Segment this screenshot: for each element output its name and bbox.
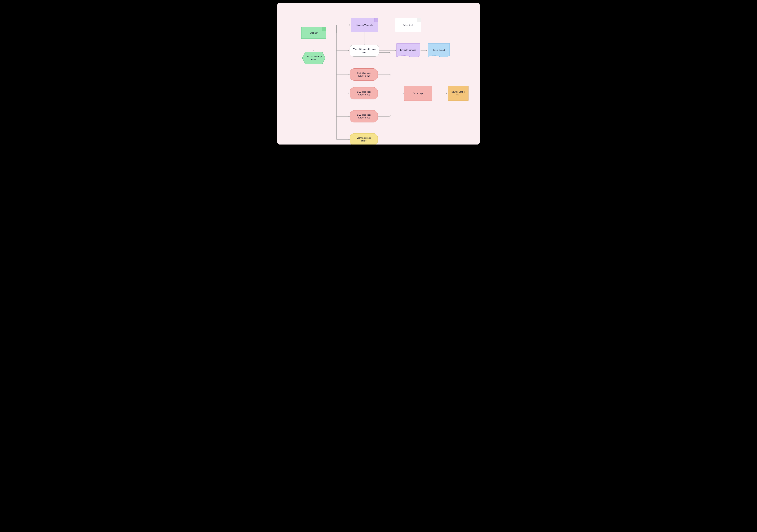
node-label: Guide page: [413, 92, 423, 95]
node-label: SEO blog post(Keyword #3): [357, 113, 371, 119]
dogear-icon: [375, 18, 378, 22]
node-label: Thought leadership blog post: [351, 48, 378, 53]
node-recap[interactable]: Post-event recap email: [302, 51, 326, 65]
node-thought-leadership[interactable]: Thought leadership blog post: [349, 45, 379, 57]
node-label: Downloadable PDF: [449, 90, 467, 96]
node-tweet-thread[interactable]: Tweet thread: [428, 43, 450, 57]
diagram-canvas[interactable]: Webinar Post-event recap email Linkedin …: [277, 3, 480, 144]
node-linkedin-carousel[interactable]: LinkedIn carousel: [396, 43, 421, 57]
node-downloadable-pdf[interactable]: Downloadable PDF: [448, 86, 469, 101]
dogear-icon: [417, 18, 421, 22]
node-label: Post-event recap email: [303, 55, 324, 61]
node-sales-deck[interactable]: Sales deck: [395, 18, 421, 32]
node-label: SEO blog post(Keyword #1): [357, 72, 371, 77]
node-webinar[interactable]: Webinar: [301, 27, 326, 39]
node-label: Sales deck: [403, 24, 413, 26]
node-seo-2[interactable]: SEO blog post(Keyword #2): [350, 87, 378, 99]
node-learning-center[interactable]: Learning centerarticle: [350, 133, 378, 144]
node-label: Webinar: [310, 31, 318, 34]
node-label: Learning centerarticle: [357, 137, 371, 142]
node-guide-page[interactable]: Guide page: [404, 86, 432, 101]
node-label: Linkedin Video clip: [356, 24, 373, 26]
node-label: LinkedIn carousel: [400, 48, 416, 51]
node-linkedin-video[interactable]: Linkedin Video clip: [351, 18, 378, 32]
node-seo-3[interactable]: SEO blog post(Keyword #3): [350, 110, 378, 122]
node-seo-1[interactable]: SEO blog post(Keyword #1): [350, 68, 378, 80]
node-label: Tweet thread: [433, 48, 445, 51]
dogear-icon: [322, 27, 326, 31]
node-label: SEO blog post(Keyword #2): [357, 90, 371, 96]
connectors-layer: [277, 3, 480, 144]
